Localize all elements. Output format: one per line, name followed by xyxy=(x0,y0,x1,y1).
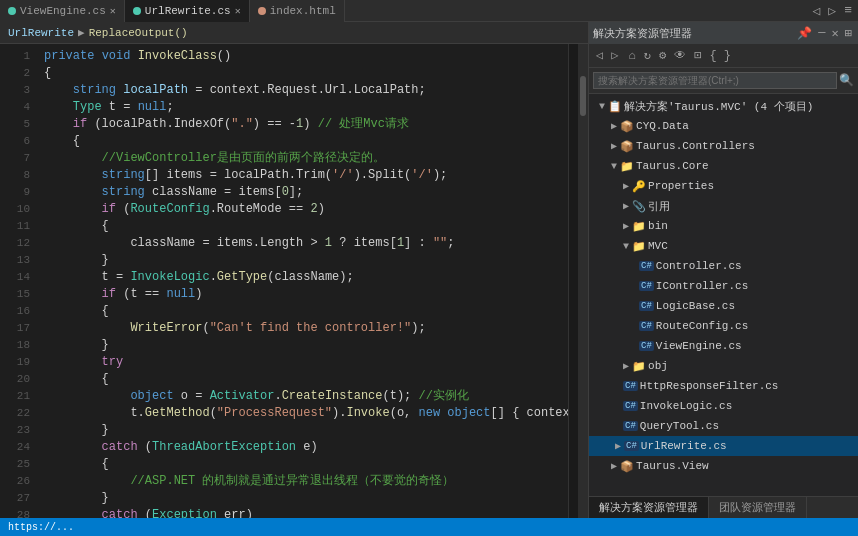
panel-popout-icon[interactable]: ⊞ xyxy=(843,26,854,41)
tab-urlrewrite[interactable]: UrlRewrite.cs ✕ xyxy=(125,0,250,22)
tab-viewengine[interactable]: ViewEngine.cs ✕ xyxy=(0,0,125,22)
tree-label-bin: bin xyxy=(648,220,854,232)
cs-invokelogic-icon: C# xyxy=(623,401,638,411)
scrollbar-thumb[interactable] xyxy=(580,76,586,116)
tab-dot-viewengine xyxy=(8,7,16,15)
toolbar-fwd-icon[interactable]: ▷ xyxy=(608,47,621,65)
tree-label-logicbase: LogicBase.cs xyxy=(656,300,854,312)
tree-item-httpresponsefilter[interactable]: C# HttpResponseFilter.cs xyxy=(589,376,858,396)
chevron-right-ref-icon: ▶ xyxy=(623,200,629,212)
tree-item-solution[interactable]: ▼ 📋 解决方案'Taurus.MVC' (4 个项目) xyxy=(589,96,858,116)
chevron-down-mvc-icon: ▼ xyxy=(623,241,629,252)
search-input[interactable] xyxy=(593,72,837,89)
tree-item-obj[interactable]: ▶ 📁 obj xyxy=(589,356,858,376)
tree-item-controller[interactable]: C# Controller.cs xyxy=(589,256,858,276)
cs-controller-icon: C# xyxy=(639,261,654,271)
chevron-down-icon: ▼ xyxy=(599,101,605,112)
panel-pin-icon[interactable]: 📌 xyxy=(795,26,814,41)
chevron-right-obj-icon: ▶ xyxy=(623,360,629,372)
tree-item-mvc[interactable]: ▼ 📁 MVC xyxy=(589,236,858,256)
tree-label-invokelogic: InvokeLogic.cs xyxy=(640,400,854,412)
tree-item-properties[interactable]: ▶ 🔑 Properties xyxy=(589,176,858,196)
solution-icon: 📋 xyxy=(608,100,622,113)
chevron-down-core-icon: ▼ xyxy=(611,161,617,172)
tab-solution-explorer[interactable]: 解决方案资源管理器 xyxy=(589,497,709,518)
cs-logicbase-icon: C# xyxy=(639,301,654,311)
tree-item-urlrewrite[interactable]: ▶ C# UrlRewrite.cs xyxy=(589,436,858,456)
status-text: https://... xyxy=(8,522,74,533)
chevron-right-urlrewrite-icon: ▶ xyxy=(615,440,621,452)
tree-item-core[interactable]: ▼ 📁 Taurus.Core xyxy=(589,156,858,176)
tree-item-taurusview[interactable]: ▶ 📦 Taurus.View xyxy=(589,456,858,476)
code-content[interactable]: private void InvokeClass() { string loca… xyxy=(36,44,568,518)
tree-label-core: Taurus.Core xyxy=(636,160,854,172)
tree-item-ref[interactable]: ▶ 📎 引用 xyxy=(589,196,858,216)
breadcrumb: UrlRewrite ▶ ReplaceOutput() xyxy=(0,22,588,44)
tree-item-querytool[interactable]: C# QueryTool.cs xyxy=(589,416,858,436)
chevron-right-ctrl-icon: ▶ xyxy=(611,140,617,152)
nav-left-icon[interactable]: ◁ xyxy=(811,3,823,19)
toolbar-home-icon[interactable]: ⌂ xyxy=(625,47,638,65)
status-bar: https://... xyxy=(0,518,858,536)
tree-label-querytool: QueryTool.cs xyxy=(640,420,854,432)
core-icon: 📁 xyxy=(620,160,634,173)
panel-bottom-tabs: 解决方案资源管理器 团队资源管理器 xyxy=(589,496,858,518)
minimap xyxy=(568,44,578,518)
tab-team-explorer[interactable]: 团队资源管理器 xyxy=(709,497,807,518)
tab-index[interactable]: index.html xyxy=(250,0,345,22)
tree-label-viewengine: ViewEngine.cs xyxy=(656,340,854,352)
solution-tree: ▼ 📋 解决方案'Taurus.MVC' (4 个项目) ▶ 📦 CYQ.Dat… xyxy=(589,94,858,496)
tree-item-cyqdata[interactable]: ▶ 📦 CYQ.Data xyxy=(589,116,858,136)
toolbar-filter-icon[interactable]: ⊡ xyxy=(691,47,704,65)
tree-item-logicbase[interactable]: C# LogicBase.cs xyxy=(589,296,858,316)
cs-icontroller-icon: C# xyxy=(639,281,654,291)
cs-querytool-icon: C# xyxy=(623,421,638,431)
tab-dot-index xyxy=(258,7,266,15)
panel-toolbar: ◁ ▷ ⌂ ↻ ⚙ 👁 ⊡ { } xyxy=(589,44,858,68)
toolbar-code-icon[interactable]: { } xyxy=(706,47,734,65)
tree-label-controllers: Taurus.Controllers xyxy=(636,140,854,152)
code-view: 12345 678910 1112131415 1617181920 21222… xyxy=(0,44,588,518)
tab-nav: ◁ ▷ ≡ xyxy=(807,3,858,19)
tree-label-ref: 引用 xyxy=(648,199,854,214)
toolbar-refresh-icon[interactable]: ↻ xyxy=(641,47,654,65)
tree-item-bin[interactable]: ▶ 📁 bin xyxy=(589,216,858,236)
panel-close-icon[interactable]: ✕ xyxy=(830,26,841,41)
tree-label-properties: Properties xyxy=(648,180,854,192)
chevron-right-bin-icon: ▶ xyxy=(623,220,629,232)
nav-list-icon[interactable]: ≡ xyxy=(842,3,854,18)
cs-urlrewrite-icon: C# xyxy=(624,441,639,451)
tab-label-urlrewrite: UrlRewrite.cs xyxy=(145,5,231,17)
toolbar-back-icon[interactable]: ◁ xyxy=(593,47,606,65)
tree-label-httpresponsefilter: HttpResponseFilter.cs xyxy=(640,380,854,392)
bin-icon: 📁 xyxy=(632,220,646,233)
tree-item-viewengine[interactable]: C# ViewEngine.cs xyxy=(589,336,858,356)
tree-label-controller: Controller.cs xyxy=(656,260,854,272)
cyqdata-icon: 📦 xyxy=(620,120,634,133)
tree-label-icontroller: IController.cs xyxy=(656,280,854,292)
cs-httpresponsefilter-icon: C# xyxy=(623,381,638,391)
tree-label-routeconfig: RouteConfig.cs xyxy=(656,320,854,332)
tree-label-obj: obj xyxy=(648,360,854,372)
mvc-icon: 📁 xyxy=(632,240,646,253)
tree-item-icontroller[interactable]: C# IController.cs xyxy=(589,276,858,296)
toolbar-preview-icon[interactable]: 👁 xyxy=(671,47,689,65)
tab-close-urlrewrite[interactable]: ✕ xyxy=(235,5,241,17)
scrollbar-right[interactable] xyxy=(578,44,588,518)
tree-item-routeconfig[interactable]: C# RouteConfig.cs xyxy=(589,316,858,336)
panel-dash-icon[interactable]: — xyxy=(816,26,827,40)
chevron-right-view-icon: ▶ xyxy=(611,460,617,472)
breadcrumb-text: UrlRewrite xyxy=(8,27,74,39)
controllers-icon: 📦 xyxy=(620,140,634,153)
chevron-right-prop-icon: ▶ xyxy=(623,180,629,192)
toolbar-settings-icon[interactable]: ⚙ xyxy=(656,47,669,65)
tree-item-invokelogic[interactable]: C# InvokeLogic.cs xyxy=(589,396,858,416)
tab-bar: ViewEngine.cs ✕ UrlRewrite.cs ✕ index.ht… xyxy=(0,0,858,22)
nav-right-icon[interactable]: ▷ xyxy=(826,3,838,19)
panel-title: 解决方案资源管理器 xyxy=(593,26,793,41)
tab-label-index: index.html xyxy=(270,5,336,17)
tab-close-viewengine[interactable]: ✕ xyxy=(110,5,116,17)
tab-label-viewengine: ViewEngine.cs xyxy=(20,5,106,17)
tree-item-controllers[interactable]: ▶ 📦 Taurus.Controllers xyxy=(589,136,858,156)
editor-area: UrlRewrite ▶ ReplaceOutput() 12345 67891… xyxy=(0,22,588,518)
